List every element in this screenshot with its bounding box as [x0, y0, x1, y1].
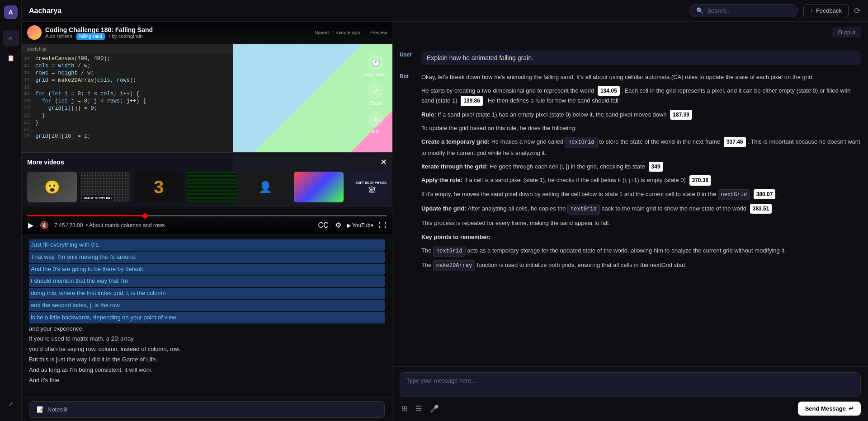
video-header: Coding Challenge 180: Falling Sand Auto …: [22, 22, 392, 43]
share-button[interactable]: ↗ Share: [364, 83, 387, 106]
table-icon-button[interactable]: ⊞: [400, 402, 409, 415]
inline-num-8: 383.51: [750, 204, 772, 214]
sidebar-item-logout[interactable]: ↗: [3, 396, 19, 412]
video-player: Coding Challenge 180: Falling Sand Auto …: [22, 22, 392, 234]
notes-icon: 📝: [37, 406, 44, 413]
main-content: Aacharya 🔍 ↑ Feedback ⟳ Coding Challenge…: [22, 0, 868, 421]
settings-button[interactable]: ⚙: [334, 220, 342, 230]
thumbnail-1[interactable]: 😮: [27, 172, 77, 202]
cc-button[interactable]: CC: [317, 220, 330, 230]
notes-bar: 📝 Notes⚙: [22, 398, 392, 421]
transcript-line: And the 0's are going to be there by def…: [29, 264, 385, 275]
send-icon: ↵: [849, 405, 854, 412]
search-icon: 🔍: [696, 7, 703, 14]
video-meta: Auto refresh falling sand / by codingtra…: [45, 33, 311, 39]
step2-label: Iterate through the grid:: [421, 163, 488, 170]
chat-input-area: ⊞ ☰ 🎤 Send Message ↵: [392, 366, 868, 421]
thumbnails-row: 😮 IMAGE STIPPLING 3: [27, 172, 387, 202]
chat-header: Output: [392, 22, 868, 43]
preview-label: Preview: [369, 30, 387, 35]
thumbnail-7[interactable]: SOFT BODY PHYSICS 🕸: [347, 172, 387, 202]
bot-label: Bot: [400, 72, 416, 80]
progress-bar[interactable]: [27, 215, 387, 216]
message-input[interactable]: [406, 377, 854, 391]
transcript-line: And it's fine.: [29, 376, 385, 385]
chat-input-box: [400, 372, 861, 397]
code-content: 14createCanvas(400, 400); 15cols = width…: [22, 53, 233, 142]
bot-bubble: Okay, let's break down how he's animatin…: [421, 72, 861, 275]
app-title: Aacharya: [29, 7, 684, 15]
sidebar: A ⌂ 📋 ↗: [0, 0, 22, 421]
right-panel: Output User Explain how he animated fall…: [392, 22, 868, 421]
thumbnail-2[interactable]: IMAGE STIPPLING: [80, 172, 130, 202]
send-message-button[interactable]: Send Message ↵: [798, 402, 861, 416]
settings-icon[interactable]: ⟳: [854, 6, 861, 16]
list-icon-button[interactable]: ☰: [414, 402, 424, 415]
search-input[interactable]: [707, 7, 779, 14]
sidebar-item-notes[interactable]: 📋: [3, 50, 19, 66]
bot-message-row: Bot Okay, let's break down how he's anim…: [400, 72, 861, 275]
notes-button[interactable]: 📝 Notes⚙: [29, 401, 385, 418]
watch-later-icon: 🕐: [368, 54, 384, 70]
sidebar-item-home[interactable]: ⌂: [3, 30, 19, 46]
feedback-button[interactable]: ↑ Feedback: [803, 4, 849, 17]
inline-num-3: 187.39: [670, 110, 692, 120]
video-category: falling sand: [76, 33, 105, 40]
mute-button[interactable]: 🔇: [39, 220, 50, 230]
share-icon: ↗: [368, 83, 384, 99]
thumbnail-6[interactable]: [294, 172, 344, 202]
inline-num-1: 134.05: [598, 86, 620, 96]
transcript-line: doing this, where the first index grid, …: [29, 288, 385, 299]
more-videos-title: More videos: [27, 159, 64, 166]
user-message-row: User Explain how he animated falling gra…: [400, 51, 861, 65]
saved-label: Saved: 1 minute ago: [315, 30, 360, 35]
transcript-line: Just fill everything with 0's.: [29, 239, 385, 251]
transcript-line: is be a little backwards, depending on y…: [29, 312, 385, 323]
transcript-line: That way, I'm only moving the i's around…: [29, 252, 385, 263]
output-label: Output: [832, 27, 861, 37]
watch-later-button[interactable]: 🕐 Watch later: [364, 54, 387, 77]
step4-label: Update the grid:: [421, 205, 467, 212]
transcript-line: But this is just the way I did it in the…: [29, 355, 385, 365]
app-logo: A: [4, 5, 18, 19]
inline-num-7: 380.07: [754, 189, 776, 199]
info-icon: ℹ: [368, 111, 384, 127]
video-actions: 🕐 Watch later ↗ Share ℹ Info: [359, 49, 392, 140]
next-grid-code-3: nextGrid: [567, 204, 600, 215]
user-question: Explain how he animated falling grain.: [421, 51, 861, 65]
transcript-line: If you're used to matrix math, a 2D arra…: [29, 334, 385, 344]
youtube-label: ▶ YouTube: [347, 222, 373, 229]
next-grid-code-2: nextGrid: [718, 189, 750, 200]
thumbnail-3[interactable]: 3: [134, 172, 184, 202]
step1-label: Create a temporary grid:: [421, 138, 490, 145]
transcript-line: you'd often be saying row, column, inste…: [29, 345, 385, 354]
rule-label: Rule:: [421, 111, 436, 118]
code-header: sketch.js: [22, 44, 233, 53]
channel-avatar: [27, 25, 42, 40]
thumbnail-5[interactable]: 👤: [241, 172, 290, 202]
transcript-line: and your experience.: [29, 324, 385, 334]
close-more-videos-button[interactable]: ✕: [380, 157, 387, 167]
mic-icon-button[interactable]: 🎤: [428, 402, 441, 415]
time-display: 7:45 / 23:00 • About matrix columns and …: [54, 222, 165, 229]
play-button[interactable]: ▶: [27, 220, 34, 230]
more-videos-panel: More videos ✕ 😮 IMAGE STIPPLING: [22, 152, 392, 207]
inline-num-6: 370.36: [689, 175, 712, 185]
info-button[interactable]: ℹ Info: [364, 111, 387, 134]
user-label: User: [400, 51, 416, 58]
next-grid-code-1: nextGrid: [565, 137, 598, 148]
transcript-line: I should mention that the way that I'm: [29, 276, 385, 287]
app-header: Aacharya 🔍 ↑ Feedback ⟳: [22, 0, 868, 22]
upload-icon: ↑: [810, 7, 813, 14]
next-grid-code-4: nextGrid: [433, 246, 466, 257]
bot-text: Okay, let's break down how he's animatin…: [421, 72, 861, 271]
inline-num-4: 337.46: [724, 137, 746, 147]
chat-messages: User Explain how he animated falling gra…: [392, 43, 868, 366]
left-panel: Coding Challenge 180: Falling Sand Auto …: [22, 22, 392, 421]
search-bar[interactable]: 🔍: [689, 4, 798, 17]
progress-dot: [142, 213, 148, 219]
thumbnail-4[interactable]: [187, 172, 237, 202]
fullscreen-button[interactable]: ⛶: [378, 220, 387, 230]
video-controls: ▶ 🔇 7:45 / 23:00 • About matrix columns …: [22, 211, 392, 234]
transcript-line: and the second index, j, is the row.: [29, 300, 385, 311]
